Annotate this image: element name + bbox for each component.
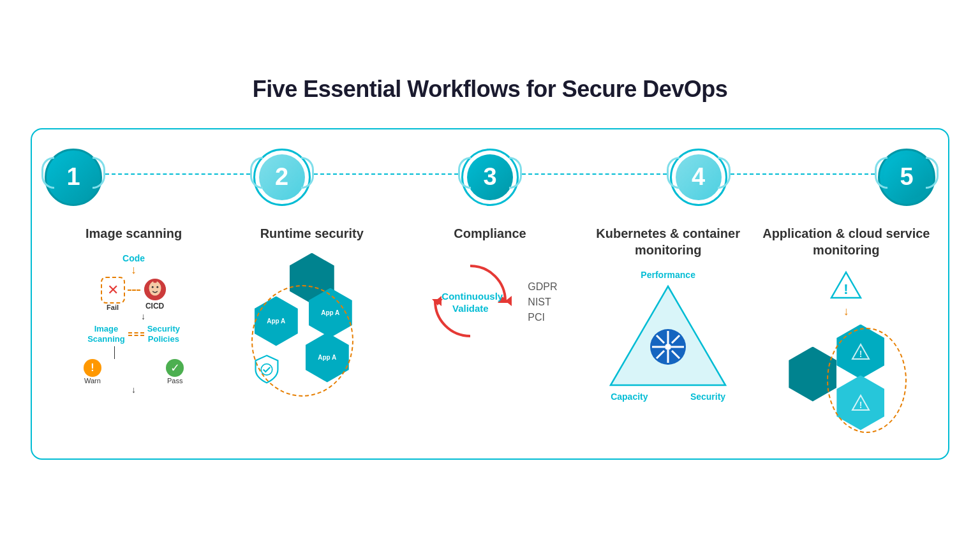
dashed-right xyxy=(128,332,144,333)
svg-rect-4 xyxy=(153,281,157,283)
svg-point-3 xyxy=(156,286,158,288)
col-1: Image scanning Code ↓ ✕ Fail xyxy=(49,225,218,395)
step-5-wrap: 5 xyxy=(878,149,935,206)
dashed-left xyxy=(128,335,144,336)
cicd-label: CICD xyxy=(145,302,164,311)
step-2-number: 2 xyxy=(259,154,305,200)
fail-label: Fail xyxy=(107,304,119,311)
svg-point-5 xyxy=(261,363,272,374)
col-1-diagram: Code ↓ ✕ Fail xyxy=(49,253,218,395)
svg-point-1 xyxy=(149,281,161,296)
shield-wrap xyxy=(251,354,282,387)
pass-item: ✓ Pass xyxy=(166,359,184,385)
app-hex-container: ! ! xyxy=(785,321,907,439)
col-4: Kubernetes & container monitoring Perfor… xyxy=(584,225,753,402)
step-1-circle: 1 xyxy=(45,149,102,206)
diagram-container: 1 2 3 xyxy=(31,128,949,460)
col-2-diagram: App A App A App A xyxy=(248,253,376,393)
scan-label: ImageScanning xyxy=(87,324,125,344)
col-4-title: Kubernetes & container monitoring xyxy=(584,225,753,258)
col-5-title: Application & cloud service monitoring xyxy=(762,225,931,258)
step-4-wrap: 4 xyxy=(670,149,727,206)
step-5-number: 5 xyxy=(884,154,930,200)
cycle-label: ContinuouslyValidate xyxy=(442,289,499,314)
triangle-container xyxy=(607,283,729,392)
col-5: Application & cloud service monitoring !… xyxy=(762,225,931,439)
fail-cicd-row: ✕ Fail xyxy=(49,277,218,311)
step-1-number: 1 xyxy=(50,154,96,200)
step-3-circle: 3 xyxy=(461,149,519,206)
step-3-number: 3 xyxy=(467,154,513,200)
warn-icon: ! xyxy=(84,359,101,377)
step-4-circle: 4 xyxy=(670,149,727,206)
svg-point-12 xyxy=(665,344,671,350)
svg-point-2 xyxy=(151,286,153,288)
fail-section: ✕ Fail xyxy=(101,277,125,311)
steps-row: 1 2 3 xyxy=(45,149,935,206)
col-2-title: Runtime security xyxy=(260,225,364,242)
cicd-box: CICD xyxy=(143,277,167,311)
scan-policies-row: ImageScanning SecurityPolicies xyxy=(87,324,180,344)
step-5-circle: 5 xyxy=(878,149,935,206)
pass-label: Pass xyxy=(167,377,182,385)
standard-gdpr: GDPR xyxy=(528,281,557,293)
standard-pci: PCI xyxy=(528,312,557,323)
arc-left-2 xyxy=(250,157,263,189)
sec-pol-label: SecurityPolicies xyxy=(147,324,180,344)
arc-left-3 xyxy=(458,157,471,189)
arrow-code-to-cicd: ↓ xyxy=(131,263,137,277)
col-3: Compliance xyxy=(405,225,574,351)
svg-text:!: ! xyxy=(844,281,849,297)
app-arrow-down: ↓ xyxy=(843,305,849,318)
jenkins-icon xyxy=(143,277,167,302)
performance-label: Performance xyxy=(641,270,695,280)
connector-4-5 xyxy=(731,173,875,175)
standards-list: GDPR NIST PCI xyxy=(528,281,557,323)
final-arrow: ↓ xyxy=(131,385,136,395)
line-down-scan xyxy=(114,346,115,359)
k8s-wheel-wrap xyxy=(649,328,687,369)
capacity-label: Capacity xyxy=(611,392,648,402)
cycle-wrap: ContinuouslyValidate xyxy=(422,253,518,351)
col-4-diagram: Performance xyxy=(584,270,753,402)
col-5-diagram: ! ↓ xyxy=(785,270,907,439)
page-wrapper: Five Essential Workflows for Secure DevO… xyxy=(18,57,962,479)
step-2-circle: 2 xyxy=(253,149,311,206)
security-label: Security xyxy=(690,392,725,402)
step-3-wrap: 3 xyxy=(461,149,519,206)
tri-bottom-labels: Capacity Security xyxy=(611,392,725,402)
fail-dashed-box: ✕ xyxy=(101,277,125,304)
arc-right-5 xyxy=(926,157,939,189)
page-title: Five Essential Workflows for Secure DevO… xyxy=(31,76,949,103)
k8s-wheel-icon xyxy=(649,328,687,366)
arc-left-4 xyxy=(667,157,679,189)
col-3-title: Compliance xyxy=(454,225,526,242)
col-2: Runtime security App A xyxy=(227,225,396,393)
col-1-title: Image scanning xyxy=(85,225,182,242)
connector-2-3 xyxy=(314,173,459,175)
arrow-cicd-down: ↓ xyxy=(141,311,145,321)
step-1-wrap: 1 xyxy=(45,149,102,206)
arc-right-1 xyxy=(93,157,105,189)
warn-label: Warn xyxy=(84,377,101,385)
pass-icon: ✓ xyxy=(166,359,184,377)
standard-nist: NIST xyxy=(528,297,557,308)
arc-left-1 xyxy=(41,157,54,189)
warn-pass-row: ! Warn ✓ Pass xyxy=(57,359,210,385)
arc-right-3 xyxy=(509,157,522,189)
shield-icon xyxy=(251,354,282,385)
step-4-number: 4 xyxy=(676,154,722,200)
warn-item: ! Warn xyxy=(84,359,101,385)
arc-left-5 xyxy=(875,157,887,189)
app-dashed-oval xyxy=(827,328,907,433)
connector-3-4 xyxy=(522,173,667,175)
fail-x-icon: ✕ xyxy=(107,282,119,298)
connector-1-2 xyxy=(105,173,250,175)
step-2-wrap: 2 xyxy=(253,149,311,206)
arc-right-4 xyxy=(718,157,731,189)
col-3-diagram: ContinuouslyValidate GDPR NIST PCI xyxy=(422,253,557,351)
bidirectional-arrows xyxy=(128,332,144,336)
arc-right-2 xyxy=(301,157,314,189)
warning-triangle-icon: ! xyxy=(830,270,862,302)
code-label: Code xyxy=(122,253,145,263)
